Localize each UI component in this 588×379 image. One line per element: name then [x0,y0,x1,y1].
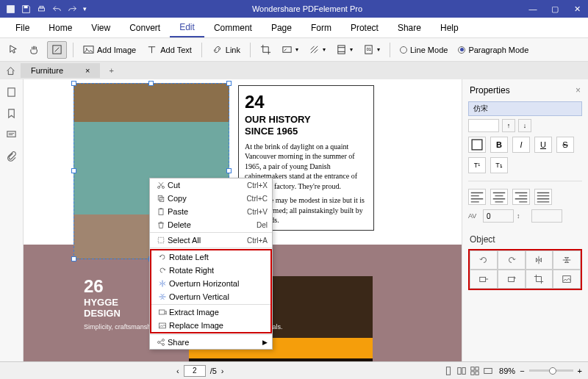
ctx-overturn-horizontal[interactable]: Overturn Horizontal [151,277,270,290]
menu-form[interactable]: Form [301,19,341,37]
header-footer-tool[interactable]: ▾ [332,41,356,59]
ctx-overturn-vertical[interactable]: Overturn Vertical [151,290,270,303]
status-bar: ‹ /5 › 89% − + [0,361,588,379]
add-text-button[interactable]: Add Text [143,41,196,59]
obj-flip-vertical[interactable] [553,250,581,270]
strike-button[interactable]: S [556,137,574,153]
menu-bar: File Home View Convert Edit Comment Page… [0,18,588,38]
two-page-view-icon[interactable] [456,366,467,376]
align-left-button[interactable] [468,189,486,205]
menu-protect[interactable]: Protect [341,19,388,37]
maximize-button[interactable]: ▢ [544,0,566,18]
menu-page[interactable]: Page [262,19,301,37]
bold-button[interactable]: B [490,137,508,153]
hand-tool[interactable] [26,41,44,59]
decrease-size-button[interactable]: ↓ [518,119,531,132]
resize-handle[interactable] [71,168,76,173]
line-spacing-input[interactable] [531,209,562,223]
resize-handle[interactable] [71,81,76,86]
crop-tool[interactable] [257,41,275,59]
properties-close-icon[interactable]: × [576,85,581,95]
underline-button[interactable]: U [534,137,552,153]
obj-crop[interactable] [526,270,553,289]
increase-size-button[interactable]: ↑ [502,119,515,132]
menu-help[interactable]: Help [431,19,468,37]
document-canvas[interactable]: 26 HYGGE DESIGN Simplicity, craftsmanshi… [24,79,462,361]
svg-rect-35 [476,371,478,374]
ctx-extract-image[interactable]: Extract Image [151,306,270,319]
save-icon[interactable] [21,4,31,14]
page-number-input[interactable] [184,365,206,377]
ctx-cut[interactable]: CutCtrl+X [150,178,272,192]
align-right-button[interactable] [512,189,530,205]
font-color-button[interactable] [468,137,486,153]
menu-comment[interactable]: Comment [204,19,262,37]
ctx-select-all[interactable]: Select AllCtrl+A [150,234,272,247]
obj-extract[interactable] [470,270,498,289]
attachments-icon[interactable] [6,151,17,162]
obj-flip-horizontal[interactable] [526,250,553,270]
superscript-button[interactable]: T¹ [468,157,486,173]
tab-close-icon[interactable]: × [85,66,90,75]
next-page-button[interactable]: › [221,367,224,375]
minimize-button[interactable]: — [522,0,544,18]
menu-view[interactable]: View [82,19,120,37]
app-title: Wondershare PDFelement Pro [93,4,522,13]
zoom-out-button[interactable]: − [520,367,524,375]
font-family-select[interactable]: 仿宋 [468,101,582,116]
grid-view-icon[interactable] [470,366,480,376]
obj-replace[interactable] [498,270,526,289]
paragraph-mode-radio[interactable]: Paragraph Mode [454,41,532,59]
bookmarks-icon[interactable] [6,108,17,119]
menu-share[interactable]: Share [388,19,431,37]
zoom-slider[interactable] [529,369,573,372]
full-width-view-icon[interactable] [483,366,493,376]
menu-edit[interactable]: Edit [170,18,204,37]
comments-icon[interactable] [6,129,17,140]
watermark-tool[interactable]: ▾ [278,41,302,59]
resize-handle[interactable] [226,81,232,86]
more-icon[interactable]: ▾ [83,5,87,12]
char-spacing-input[interactable]: 0 [483,209,514,223]
ctx-rotate-left[interactable]: Rotate Left [151,250,270,264]
pointer-tool[interactable] [4,41,23,59]
print-icon[interactable] [37,4,46,14]
ctx-share[interactable]: Share▶ [150,336,272,349]
italic-button[interactable]: I [512,137,530,153]
subscript-button[interactable]: T₁ [490,157,508,173]
ctx-rotate-right[interactable]: Rotate Right [151,264,270,277]
resize-handle[interactable] [71,256,76,261]
obj-rotate-left[interactable] [470,250,498,270]
background-tool[interactable]: ▾ [305,41,329,59]
ctx-paste[interactable]: PasteCtrl+V [150,205,272,218]
obj-rotate-right[interactable] [498,250,526,270]
single-page-view-icon[interactable] [443,366,453,376]
zoom-in-button[interactable]: + [578,367,582,375]
link-button[interactable]: Link [208,41,244,59]
font-size-select[interactable] [468,119,499,132]
prev-page-button[interactable]: ‹ [176,367,179,375]
obj-image[interactable] [553,270,581,289]
close-button[interactable]: ✕ [566,0,588,18]
menu-file[interactable]: File [6,19,39,37]
thumbnails-icon[interactable] [6,87,17,98]
resize-handle[interactable] [148,81,154,86]
ctx-replace-image[interactable]: Replace Image [151,319,270,332]
undo-icon[interactable] [52,4,62,14]
ctx-copy[interactable]: CopyCtrl+C [150,192,272,205]
new-tab-button[interactable]: + [100,66,122,75]
home-tab-icon[interactable] [0,66,21,76]
edit-object-tool[interactable] [47,41,67,59]
menu-home[interactable]: Home [39,19,82,37]
menu-convert[interactable]: Convert [120,19,170,37]
redo-icon[interactable] [68,4,77,14]
align-center-button[interactable] [490,189,508,205]
svg-rect-11 [8,88,15,96]
add-image-button[interactable]: Add Image [79,41,140,59]
line-mode-radio[interactable]: Line Mode [396,41,451,59]
align-justify-button[interactable] [534,189,552,205]
ctx-delete[interactable]: DeleteDel [150,218,272,231]
bates-tool[interactable]: 01▾ [359,41,384,59]
document-tab[interactable]: Furniture× [21,63,100,78]
resize-handle[interactable] [226,168,232,173]
